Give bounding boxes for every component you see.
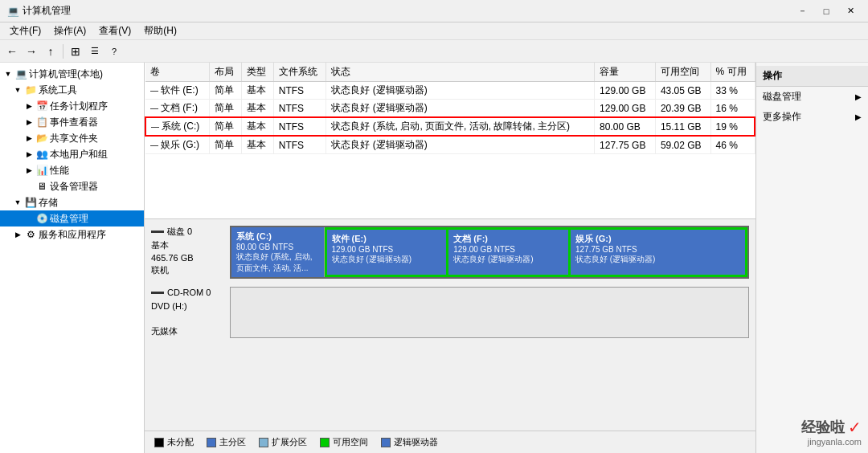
- menu-action[interactable]: 操作(A): [47, 22, 92, 39]
- table-row[interactable]: — 娱乐 (G:)简单基本NTFS状态良好 (逻辑驱动器)127.75 GB59…: [145, 136, 755, 154]
- legend-label-free: 可用空间: [333, 436, 368, 448]
- shared-icon: 📂: [35, 132, 48, 145]
- tree-toggle-root: ▼: [2, 67, 14, 80]
- cell-3-1: 简单: [210, 136, 242, 154]
- cdrom0-info: CD-ROM 0 DVD (H:) 无媒体: [151, 287, 223, 338]
- menu-view[interactable]: 查看(V): [92, 22, 137, 39]
- computer-icon: 💻: [14, 67, 27, 80]
- ops-disk-management[interactable]: 磁盘管理 ▶: [756, 87, 868, 107]
- disk-table: 卷 布局 类型 文件系统 状态 容量 可用空间 % 可用 — 软件 (E:)简单…: [145, 63, 755, 154]
- partition-e[interactable]: 软件 (E:) 129.00 GB NTFS 状态良好 (逻辑驱动器): [325, 227, 449, 277]
- col-layout[interactable]: 布局: [210, 63, 242, 82]
- toolbar-separator: [63, 44, 63, 59]
- cell-0-1: 简单: [210, 82, 242, 100]
- cell-2-7: 19 %: [710, 117, 755, 136]
- legend-label-logical: 逻辑驱动器: [394, 436, 438, 448]
- toolbar-properties[interactable]: ☰: [86, 43, 104, 60]
- legend-area: 未分配 主分区 扩展分区 可用空间 逻辑驱动器: [145, 431, 755, 453]
- legend-primary: 主分区: [207, 436, 246, 448]
- window-controls: － □ ✕: [791, 3, 862, 19]
- menu-help[interactable]: 帮助(H): [137, 22, 183, 39]
- tree-performance[interactable]: ▶ 📊 性能: [0, 162, 144, 178]
- minimize-button[interactable]: －: [791, 3, 813, 19]
- legend-color-logical: [381, 438, 391, 447]
- tree-toggle-device: [23, 180, 35, 193]
- tree-task-scheduler[interactable]: ▶ 📅 任务计划程序: [0, 98, 144, 114]
- disk0-info: 磁盘 0 基本 465.76 GB 联机: [151, 226, 223, 279]
- maximize-button[interactable]: □: [815, 3, 837, 19]
- table-row[interactable]: — 文档 (F:)简单基本NTFS状态良好 (逻辑驱动器)129.00 GB20…: [145, 100, 755, 118]
- toolbar-forward[interactable]: →: [23, 43, 40, 60]
- col-vol[interactable]: 卷: [145, 63, 210, 82]
- cell-3-6: 59.02 GB: [655, 136, 710, 154]
- watermark: 经验啦 ✓ jingyanla.com: [801, 418, 862, 447]
- watermark-text: 经验啦: [801, 418, 845, 437]
- toolbar-show-hide[interactable]: ⊞: [67, 43, 84, 60]
- ops-disk-arrow: ▶: [855, 92, 862, 101]
- partition-f[interactable]: 文档 (F:) 129.00 GB NTFS 状态良好 (逻辑驱动器): [448, 227, 571, 277]
- title-bar: 💻 计算机管理 － □ ✕: [0, 0, 868, 22]
- tree-services-label: 服务和应用程序: [39, 228, 106, 242]
- cell-2-6: 15.11 GB: [655, 117, 710, 136]
- storage-icon: 💾: [24, 196, 37, 209]
- device-icon: 🖥: [35, 180, 48, 193]
- disk0-block: 磁盘 0 基本 465.76 GB 联机 系统 (C:) 80.00 GB NT…: [151, 226, 749, 279]
- tree-toggle-shared: ▶: [23, 132, 35, 145]
- table-row[interactable]: — 系统 (C:)简单基本NTFS状态良好 (系统, 启动, 页面文件, 活动,…: [145, 117, 755, 136]
- col-capacity[interactable]: 容量: [595, 63, 656, 82]
- legend-label-primary: 主分区: [219, 436, 246, 448]
- table-row[interactable]: — 软件 (E:)简单基本NTFS状态良好 (逻辑驱动器)129.00 GB43…: [145, 82, 755, 100]
- tree-shared-folders[interactable]: ▶ 📂 共享文件夹: [0, 130, 144, 146]
- disk-icon: 💿: [35, 212, 48, 225]
- cell-0-4: 状态良好 (逻辑驱动器): [326, 82, 595, 100]
- tree-services[interactable]: ▶ ⚙ 服务和应用程序: [0, 226, 144, 243]
- tree-storage-label: 存储: [39, 196, 58, 210]
- tree-device-manager[interactable]: 🖥 设备管理器: [0, 178, 144, 194]
- col-fs[interactable]: 文件系统: [273, 63, 326, 82]
- right-panel: 卷 布局 类型 文件系统 状态 容量 可用空间 % 可用 — 软件 (E:)简单…: [145, 63, 755, 453]
- partition-c[interactable]: 系统 (C:) 80.00 GB NTFS 状态良好 (系统, 启动, 页面文件…: [231, 227, 325, 277]
- tree-system-tools[interactable]: ▼ 📁 系统工具: [0, 82, 144, 98]
- cell-2-5: 80.00 GB: [595, 117, 656, 136]
- cell-1-1: 简单: [210, 100, 242, 118]
- partition-g[interactable]: 娱乐 (G:) 127.75 GB NTFS 状态良好 (逻辑驱动器): [571, 227, 747, 277]
- legend-color-unallocated: [154, 438, 164, 447]
- operations-panel: 操作 磁盘管理 ▶ 更多操作 ▶: [755, 63, 868, 453]
- toolbar: ← → ↑ ⊞ ☰ ?: [0, 40, 868, 63]
- tree-event-viewer[interactable]: ▶ 📋 事件查看器: [0, 114, 144, 130]
- col-free[interactable]: 可用空间: [655, 63, 710, 82]
- window-title: 计算机管理: [23, 4, 791, 18]
- left-panel: ▼ 💻 计算机管理(本地) ▼ 📁 系统工具 ▶ 📅 任务计划程序 ▶ 📋 事件…: [0, 63, 145, 453]
- col-pct[interactable]: % 可用: [710, 63, 755, 82]
- cell-2-4: 状态良好 (系统, 启动, 页面文件, 活动, 故障转储, 主分区): [326, 117, 595, 136]
- legend-color-free: [320, 438, 330, 447]
- ops-disk-label: 磁盘管理: [763, 90, 801, 104]
- menu-file[interactable]: 文件(F): [3, 22, 47, 39]
- tree-toggle-services: ▶: [11, 228, 24, 241]
- tree-root[interactable]: ▼ 💻 计算机管理(本地): [0, 66, 144, 82]
- col-status[interactable]: 状态: [326, 63, 595, 82]
- legend-unallocated: 未分配: [154, 436, 194, 448]
- cell-2-1: 简单: [210, 117, 242, 136]
- tree-local-users[interactable]: ▶ 👥 本地用户和组: [0, 146, 144, 162]
- legend-color-primary: [207, 438, 216, 447]
- perf-icon: 📊: [35, 164, 48, 177]
- cell-1-4: 状态良好 (逻辑驱动器): [326, 100, 595, 118]
- toolbar-help[interactable]: ?: [105, 43, 123, 60]
- watermark-check: ✓: [848, 418, 862, 437]
- cell-0-5: 129.00 GB: [595, 82, 656, 100]
- cdrom0-label: CD-ROM 0: [167, 287, 211, 299]
- cell-0-3: NTFS: [273, 82, 326, 100]
- cell-3-4: 状态良好 (逻辑驱动器): [326, 136, 595, 154]
- ops-more-actions[interactable]: 更多操作 ▶: [756, 107, 868, 127]
- cell-1-5: 129.00 GB: [595, 100, 656, 118]
- cell-0-2: 基本: [241, 82, 273, 100]
- ops-header: 操作: [756, 66, 868, 87]
- tree-disk-management[interactable]: 💿 磁盘管理: [0, 210, 144, 226]
- toolbar-back[interactable]: ←: [3, 43, 21, 60]
- toolbar-up[interactable]: ↑: [42, 43, 59, 60]
- tree-device-label: 设备管理器: [50, 180, 98, 194]
- tree-storage[interactable]: ▼ 💾 存储: [0, 194, 144, 210]
- col-type[interactable]: 类型: [241, 63, 273, 82]
- close-button[interactable]: ✕: [839, 3, 862, 19]
